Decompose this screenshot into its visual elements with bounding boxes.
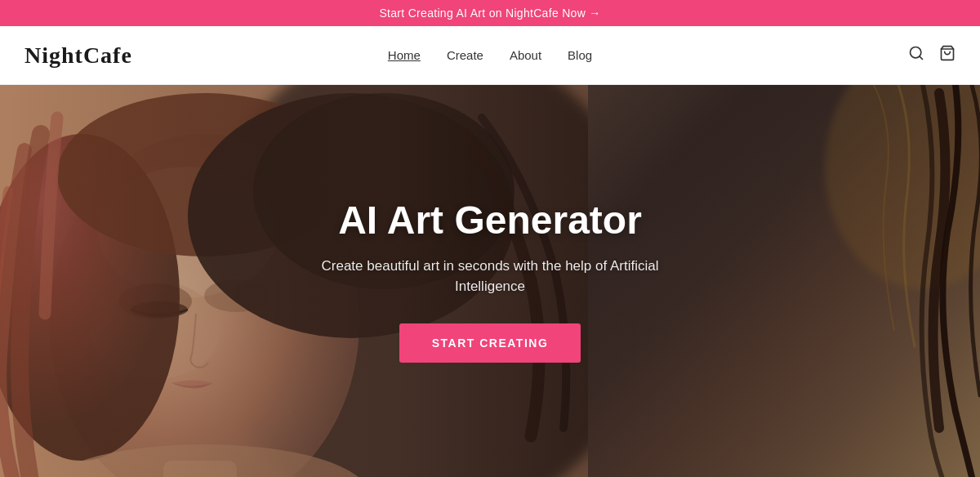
nav-item-create[interactable]: Create [447,48,483,63]
cart-icon[interactable] [939,45,956,65]
nav-item-blog[interactable]: Blog [568,48,592,63]
nav-item-home[interactable]: Home [388,48,421,63]
nav-right [908,45,956,65]
top-banner[interactable]: Start Creating AI Art on NightCafe Now → [0,0,980,26]
nav-link-about[interactable]: About [510,48,541,62]
nav-link-blog[interactable]: Blog [568,48,592,62]
banner-link[interactable]: Start Creating AI Art on NightCafe Now → [379,7,600,20]
nav-link-create[interactable]: Create [447,48,483,62]
hero-content: AI Art Generator Create beautiful art in… [286,199,694,363]
hero-section: AI Art Generator Create beautiful art in… [0,85,980,477]
svg-line-1 [920,56,923,60]
navbar: NightCafe Home Create About Blog [0,26,980,85]
search-icon[interactable] [908,45,924,65]
hero-subtitle: Create beautiful art in seconds with the… [286,256,694,297]
start-creating-button[interactable]: START CREATING [399,323,581,363]
nav-links: Home Create About Blog [388,48,592,63]
logo[interactable]: NightCafe [24,42,132,69]
nav-item-about[interactable]: About [510,48,541,63]
nav-link-home[interactable]: Home [388,48,421,62]
hero-title: AI Art Generator [286,199,694,243]
